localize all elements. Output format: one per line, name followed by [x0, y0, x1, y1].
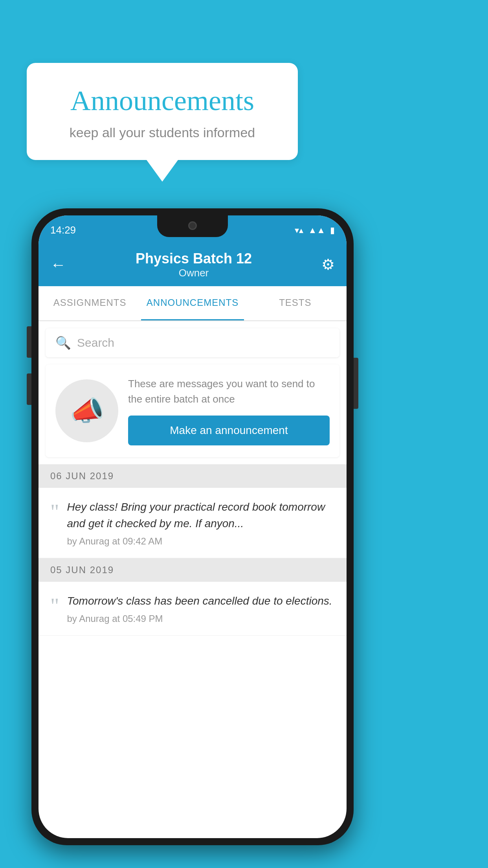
back-button[interactable]: ← — [50, 256, 66, 274]
announcement-text-1: Hey class! Bring your practical record b… — [67, 499, 335, 532]
announcement-content-1: Hey class! Bring your practical record b… — [67, 499, 335, 547]
speech-bubble: Announcements keep all your students inf… — [27, 63, 298, 160]
speech-bubble-title: Announcements — [46, 85, 278, 117]
battery-icon: ▮ — [330, 225, 335, 235]
phone-container: 14:29 ▾▴ ▲▲ ▮ ← Physics Batch 12 Owner ⚙ — [31, 208, 354, 845]
tab-announcements[interactable]: ANNOUNCEMENTS — [141, 286, 244, 320]
app-header: ← Physics Batch 12 Owner ⚙ — [39, 243, 347, 286]
status-time: 14:29 — [50, 224, 76, 236]
promo-right: These are messages you want to send to t… — [128, 376, 330, 445]
tabs-container: ASSIGNMENTS ANNOUNCEMENTS TESTS — [39, 286, 347, 321]
megaphone-icon: 📣 — [70, 395, 104, 427]
status-icons: ▾▴ ▲▲ ▮ — [295, 225, 335, 235]
search-placeholder: Search — [77, 336, 114, 349]
search-icon: 🔍 — [55, 335, 71, 350]
signal-icon: ▲▲ — [308, 225, 325, 235]
announcement-author-1: by Anurag at 09:42 AM — [67, 536, 335, 547]
phone-notch — [157, 215, 228, 237]
settings-icon[interactable]: ⚙ — [321, 256, 335, 273]
phone-outer: 14:29 ▾▴ ▲▲ ▮ ← Physics Batch 12 Owner ⚙ — [31, 208, 354, 845]
speech-bubble-subtitle: keep all your students informed — [46, 125, 278, 140]
speech-bubble-tail — [147, 160, 178, 182]
side-button-volume-down — [27, 373, 31, 405]
tab-assignments[interactable]: ASSIGNMENTS — [39, 286, 141, 320]
side-button-power — [354, 358, 358, 409]
wifi-icon: ▾▴ — [295, 225, 303, 235]
search-bar[interactable]: 🔍 Search — [46, 328, 339, 357]
phone-screen: 14:29 ▾▴ ▲▲ ▮ ← Physics Batch 12 Owner ⚙ — [39, 215, 347, 838]
header-subtitle: Owner — [136, 267, 252, 279]
quote-icon-2: " — [50, 595, 59, 616]
side-button-volume-up — [27, 326, 31, 358]
phone-inner: 14:29 ▾▴ ▲▲ ▮ ← Physics Batch 12 Owner ⚙ — [39, 215, 347, 838]
date-separator-2: 05 JUN 2019 — [39, 558, 347, 582]
camera-dot — [188, 221, 197, 230]
speech-bubble-container: Announcements keep all your students inf… — [27, 63, 298, 182]
announcement-content-2: Tomorrow's class has been cancelled due … — [67, 593, 335, 624]
megaphone-circle: 📣 — [55, 379, 118, 442]
header-title: Physics Batch 12 — [136, 250, 252, 267]
announcement-promo: 📣 These are messages you want to send to… — [46, 364, 339, 457]
make-announcement-button[interactable]: Make an announcement — [128, 416, 330, 445]
announcement-item-2[interactable]: " Tomorrow's class has been cancelled du… — [39, 582, 347, 636]
scrollable-content: 🔍 Search 📣 These are messages you want t… — [39, 321, 347, 838]
header-center: Physics Batch 12 Owner — [136, 250, 252, 279]
announcement-item-1[interactable]: " Hey class! Bring your practical record… — [39, 488, 347, 558]
quote-icon-1: " — [50, 501, 59, 522]
announcement-author-2: by Anurag at 05:49 PM — [67, 613, 335, 624]
announcement-text-2: Tomorrow's class has been cancelled due … — [67, 593, 335, 609]
date-separator-1: 06 JUN 2019 — [39, 464, 347, 488]
promo-description: These are messages you want to send to t… — [128, 376, 330, 407]
tab-tests[interactable]: TESTS — [244, 286, 347, 320]
